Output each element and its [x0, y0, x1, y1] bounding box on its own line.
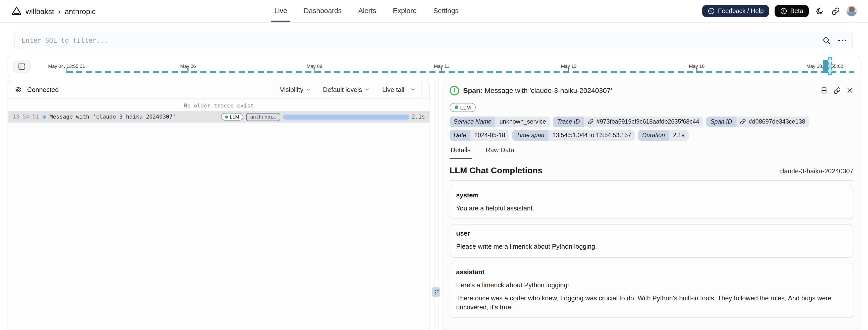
info-circle-icon: i	[780, 7, 787, 14]
trace-id-badge[interactable]: Trace ID #973fba5919cf9c618aafdb2635f68c…	[553, 116, 703, 127]
nav-right-cluster: ? Feedback / Help i Beta	[703, 5, 857, 17]
close-icon[interactable]	[846, 87, 854, 94]
share-link-icon[interactable]	[830, 6, 841, 16]
message-role: system	[456, 191, 847, 199]
message-content: You are a helpful assistant.	[456, 204, 847, 212]
link-icon	[588, 119, 594, 125]
sidebar-toggle-icon[interactable]	[13, 60, 31, 73]
section-header: LLM Chat Completions claude-3-haiku-2024…	[450, 166, 854, 181]
app-logo-icon[interactable]	[11, 5, 22, 17]
chevron-down-icon	[306, 87, 311, 92]
timeline-track[interactable]: May 04, 13:55:01 May 06 May 09 May 11 Ma…	[40, 56, 855, 77]
section-title: LLM Chat Completions	[450, 166, 542, 176]
duration-badge: Duration 2.1s	[638, 130, 688, 140]
gear-icon[interactable]	[14, 86, 22, 93]
more-options-icon[interactable]	[837, 40, 846, 41]
time-span-badge: Time span 13:54:51.044 to 13:54:53.157	[513, 130, 635, 140]
model-name: claude-3-haiku-20240307	[779, 167, 854, 175]
tick-label: May 09	[307, 63, 322, 69]
trace-list-panel: Connected Visibility Default levels Live…	[7, 80, 430, 330]
date-badge: Date 2024-05-18	[450, 130, 509, 140]
divider	[429, 80, 430, 98]
breadcrumb-separator-icon: ›	[58, 7, 61, 15]
live-tail-dropdown[interactable]: Live tail	[376, 80, 422, 98]
timeline-dashed-line	[67, 71, 854, 73]
tick-label: May 16	[689, 63, 705, 69]
tick-mark	[314, 68, 315, 73]
link-icon	[740, 119, 746, 125]
message-content: There once was a coder who knew, Logging…	[456, 294, 847, 311]
span-diamond-icon: ◆	[42, 114, 46, 120]
copy-link-icon[interactable]	[833, 87, 841, 94]
breadcrumb-project[interactable]: anthropic	[65, 7, 95, 15]
beta-button[interactable]: i Beta	[775, 5, 809, 17]
divider	[422, 80, 422, 98]
span-tabs: Details Raw Data	[443, 146, 860, 159]
tick-label: May 11	[434, 63, 449, 69]
span-meta-badges: Service Name unknown_service Trace ID #9…	[450, 116, 841, 140]
primary-nav: Live Dashboards Alerts Explore Settings	[271, 0, 462, 22]
tick-mark	[568, 68, 569, 73]
span-title: Span: Message with 'claude-3-haiku-20240…	[463, 86, 612, 94]
service-name-badge: Service Name unknown_service	[450, 116, 550, 127]
message-role: user	[456, 230, 847, 237]
span-id-badge[interactable]: Span ID #d08697de343ce138	[706, 116, 809, 127]
app-root: willbakst › anthropic Live Dashboards Al…	[0, 0, 868, 330]
tick-label: May 06	[180, 63, 196, 69]
svg-text:?: ?	[710, 9, 712, 13]
breadcrumb-org[interactable]: willbakst	[26, 7, 54, 15]
tick-mark	[188, 68, 188, 73]
trace-row[interactable]: 13:54:51 ◆ Message with 'claude-3-haiku-…	[8, 111, 430, 123]
tick-label: May 13	[561, 63, 577, 69]
search-icon[interactable]	[823, 36, 831, 45]
top-nav: willbakst › anthropic Live Dashboards Al…	[0, 0, 868, 23]
llm-tag-badge: LLM	[221, 113, 243, 121]
theme-toggle-icon[interactable]	[814, 6, 825, 16]
tab-live[interactable]: Live	[271, 0, 290, 22]
histogram-bar	[823, 60, 828, 73]
empty-list-message: No older traces exist	[8, 99, 430, 111]
trace-timestamp: 13:54:51	[12, 114, 39, 120]
visibility-dropdown[interactable]: Visibility	[274, 80, 317, 98]
split-panels: Connected Visibility Default levels Live…	[7, 80, 861, 330]
tab-dashboards[interactable]: Dashboards	[301, 0, 345, 22]
message-role: assistant	[456, 268, 847, 275]
chevron-down-icon	[365, 87, 370, 92]
time-range-selection[interactable]	[828, 57, 833, 76]
message-content: Here's a limerick about Python logging:	[456, 280, 847, 289]
info-icon: i	[450, 86, 459, 95]
tick-mark	[696, 68, 697, 73]
trace-duration: 2.1s	[412, 114, 425, 120]
breadcrumb: willbakst › anthropic	[11, 5, 96, 17]
tab-alerts[interactable]: Alerts	[355, 0, 379, 22]
message-content: Please write me a limerick about Python …	[456, 242, 847, 251]
tick-mark	[66, 68, 67, 73]
message-card-assistant: assistant Here's a limerick about Python…	[450, 263, 854, 318]
trace-list-header: Connected Visibility Default levels Live…	[8, 80, 430, 99]
grip-dots-icon	[434, 289, 438, 295]
split-view-icon[interactable]	[820, 86, 828, 94]
tab-raw-data[interactable]: Raw Data	[485, 146, 516, 158]
message-card-system: system You are a helpful assistant.	[450, 186, 854, 219]
span-header: i Span: Message with 'claude-3-haiku-202…	[443, 80, 860, 100]
list-controls: Visibility Default levels Live tail	[274, 80, 430, 98]
tab-details[interactable]: Details	[450, 146, 472, 158]
message-card-user: user Please write me a limerick about Py…	[450, 224, 854, 258]
span-actions	[820, 86, 854, 94]
tab-explore[interactable]: Explore	[390, 0, 420, 22]
sql-filter-input[interactable]	[22, 37, 823, 44]
span-details-panel: i Span: Message with 'claude-3-haiku-202…	[442, 80, 861, 330]
sql-filter-bar	[14, 32, 853, 49]
feedback-help-button[interactable]: ? Feedback / Help	[703, 5, 769, 17]
user-avatar[interactable]	[846, 6, 857, 16]
default-levels-dropdown[interactable]: Default levels	[317, 80, 376, 98]
green-status-dot	[225, 115, 228, 118]
tick-label: May 04, 13:55:01	[48, 63, 85, 69]
span-type-row: LLM	[450, 102, 854, 112]
panel-resize-handle[interactable]	[432, 287, 440, 297]
tick-mark	[441, 68, 442, 73]
trace-title: Message with 'claude-3-haiku-20240307'	[50, 114, 176, 120]
question-circle-icon: ?	[708, 7, 715, 14]
tab-settings[interactable]: Settings	[430, 0, 462, 22]
svg-text:i: i	[783, 9, 784, 13]
